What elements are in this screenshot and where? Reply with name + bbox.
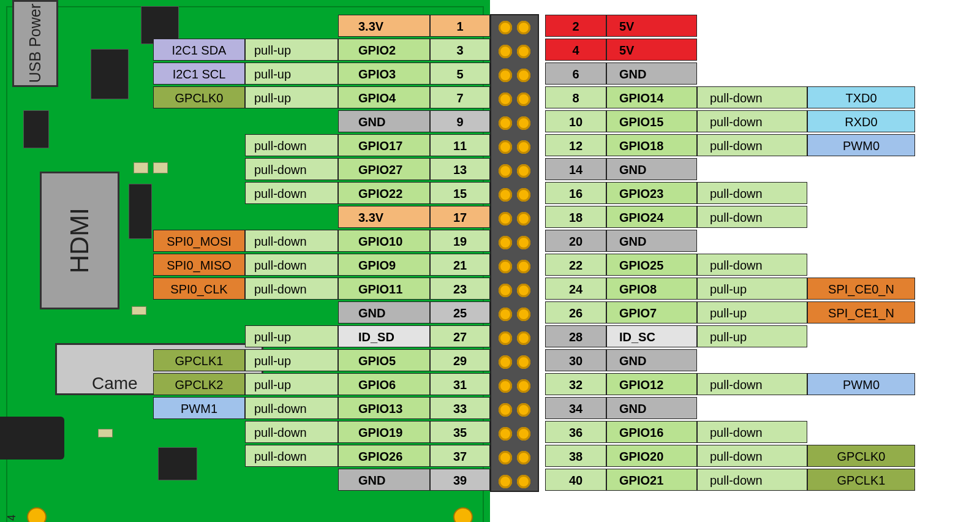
pin-name: GND (338, 469, 430, 491)
pin-name: GPIO22 (338, 182, 430, 204)
pin-name: GND (338, 110, 430, 132)
pin-row: 31GPIO6pull-upGPCLK232GPIO12pull-downPWM… (0, 373, 980, 396)
pin-number: 33 (430, 397, 490, 419)
pin-name: GPIO11 (338, 278, 430, 300)
pin-alt: RXD0 (807, 110, 915, 132)
pin-name: GPIO12 (606, 373, 697, 395)
pinout-rows: 13.3V25V3GPIO2pull-upI2C1 SDA45V5GPIO3pu… (0, 14, 980, 492)
pin-pull: pull-down (697, 373, 807, 395)
pin-number: 28 (545, 325, 606, 347)
pin-name: GND (606, 62, 697, 85)
pin-number: 40 (545, 469, 606, 491)
pin-name: 5V (606, 39, 697, 61)
pin-name: GPIO19 (338, 421, 430, 443)
pin-number: 18 (545, 206, 606, 228)
pin-name: GPIO15 (606, 110, 697, 132)
pin-row: 23GPIO11pull-downSPI0_CLK24GPIO8pull-upS… (0, 277, 980, 301)
pin-name: GPIO26 (338, 445, 430, 467)
pin-name: GPIO27 (338, 158, 430, 180)
pin-number: 31 (430, 373, 490, 395)
mount-hole (27, 507, 47, 522)
pin-pull: pull-up (245, 373, 338, 395)
pin-alt: I2C1 SCL (153, 62, 245, 85)
pin-name: 3.3V (338, 15, 430, 37)
pin-pull: pull-down (697, 206, 807, 228)
pin-number: 9 (430, 110, 490, 132)
pin-number: 35 (430, 421, 490, 443)
pin-number: 23 (430, 278, 490, 300)
pin-number: 13 (430, 158, 490, 180)
pin-number: 26 (545, 301, 606, 323)
mount-hole (453, 507, 473, 522)
pin-number: 17 (430, 206, 490, 228)
pin-name: GPIO7 (606, 301, 697, 323)
pin-alt: GPCLK0 (153, 86, 245, 108)
pin-pull: pull-up (245, 39, 338, 61)
pin-number: 22 (545, 254, 606, 276)
pin-row: 29GPIO5pull-upGPCLK130GND (0, 349, 980, 373)
pin-alt: GPCLK0 (807, 445, 915, 467)
pin-name: GPIO23 (606, 182, 697, 204)
pin-number: 36 (545, 421, 606, 443)
pin-number: 32 (545, 373, 606, 395)
pin-number: 25 (430, 301, 490, 323)
pin-row: 13GPIO27pull-down14GND (0, 157, 980, 181)
pin-name: GND (606, 397, 697, 419)
pin-name: GPIO2 (338, 39, 430, 61)
pin-name: GPIO8 (606, 278, 697, 300)
pin-number: 7 (430, 86, 490, 108)
pin-name: GPIO5 (338, 349, 430, 371)
pin-pull: pull-down (245, 230, 338, 252)
pin-alt: SPI0_MOSI (153, 230, 245, 252)
pin-pull: pull-down (697, 445, 807, 467)
pin-name: GPIO13 (338, 397, 430, 419)
pin-number: 27 (430, 325, 490, 347)
pin-name: GPIO10 (338, 230, 430, 252)
pin-pull: pull-down (697, 110, 807, 132)
pin-number: 15 (430, 182, 490, 204)
pin-name: GND (338, 301, 430, 323)
pin-pull: pull-down (697, 254, 807, 276)
pin-alt: PWM1 (153, 397, 245, 419)
pin-number: 30 (545, 349, 606, 371)
pin-alt: SPI0_CLK (153, 278, 245, 300)
pin-pull: pull-down (245, 158, 338, 180)
pin-row: 19GPIO10pull-downSPI0_MOSI20GND (0, 229, 980, 253)
pin-row: 173.3V18GPIO24pull-down (0, 205, 980, 229)
pin-alt: SPI0_MISO (153, 254, 245, 276)
pin-number: 12 (545, 134, 606, 156)
pin-row: 25GND26GPIO7pull-upSPI_CE1_N (0, 301, 980, 325)
pin-number: 4 (545, 39, 606, 61)
pin-pull: pull-up (245, 349, 338, 371)
pin-name: GND (606, 158, 697, 180)
pin-name: GPIO18 (606, 134, 697, 156)
pin-name: GPIO20 (606, 445, 697, 467)
pin-row: 21GPIO9pull-downSPI0_MISO22GPIO25pull-do… (0, 253, 980, 277)
pin-name: GPIO14 (606, 86, 697, 108)
pin-number: 20 (545, 230, 606, 252)
pin-pull: pull-down (245, 134, 338, 156)
pin-row: 7GPIO4pull-upGPCLK08GPIO14pull-downTXD0 (0, 86, 980, 110)
pin-pull: pull-down (697, 86, 807, 108)
pin-name: GPIO16 (606, 421, 697, 443)
pin-number: 24 (545, 278, 606, 300)
pin-pull: pull-down (697, 182, 807, 204)
pin-row: 35GPIO19pull-down36GPIO16pull-down (0, 420, 980, 444)
pin-number: 37 (430, 445, 490, 467)
pin-pull: pull-down (245, 278, 338, 300)
pin-row: 39GND40GPIO21pull-downGPCLK1 (0, 468, 980, 492)
pin-pull: pull-up (245, 86, 338, 108)
pin-pull: pull-down (245, 445, 338, 467)
pin-row: 13.3V25V (0, 14, 980, 38)
pin-alt: GPCLK1 (153, 349, 245, 371)
pin-pull: pull-down (697, 421, 807, 443)
pin-row: 5GPIO3pull-upI2C1 SCL6GND (0, 62, 980, 86)
pin-name: GPIO4 (338, 86, 430, 108)
pin-alt: SPI_CE0_N (807, 278, 915, 300)
pin-alt: I2C1 SDA (153, 39, 245, 61)
pin-name: GPIO9 (338, 254, 430, 276)
pin-alt: PWM0 (807, 373, 915, 395)
pin-number: 6 (545, 62, 606, 85)
pin-name: GPIO21 (606, 469, 697, 491)
pin-pull: pull-down (245, 421, 338, 443)
